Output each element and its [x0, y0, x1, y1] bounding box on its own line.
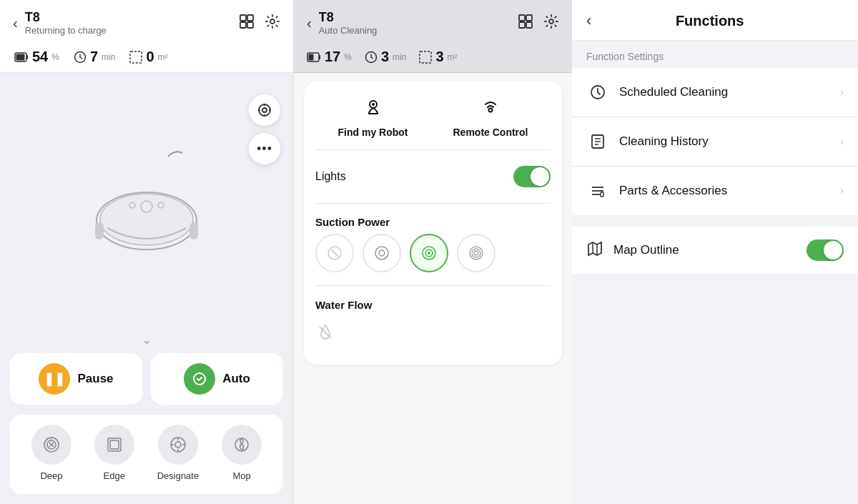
p2-header-icons	[518, 14, 559, 33]
suction-power-section: Suction Power	[315, 209, 551, 280]
quick-action-deep[interactable]: ×2 Deep	[31, 425, 72, 481]
mop-label: Mop	[232, 470, 250, 481]
edge-icon	[94, 425, 134, 465]
quick-actions: ×2 Deep Edge	[10, 415, 283, 494]
header-left: ‹ T8 Returning to charge	[13, 10, 107, 36]
main-header: ‹ T8 Returning to charge	[0, 0, 293, 41]
panel-functions: ‹ T8 Auto Cleaning	[293, 0, 572, 504]
deep-icon: ×2	[31, 425, 72, 465]
divider-2	[315, 203, 551, 204]
cleaning-history-icon	[586, 130, 609, 153]
svg-point-4	[270, 19, 275, 24]
p2-battery-stat: 17%	[307, 49, 352, 65]
parts-accessories-chevron: ›	[840, 184, 844, 197]
p2-device-info: T8 Auto Cleaning	[319, 10, 378, 36]
power-quiet[interactable]	[363, 234, 401, 272]
water-off-icon[interactable]	[315, 317, 551, 353]
svg-rect-9	[130, 51, 142, 63]
functions-card: Find my Robot Remote Control Lights	[304, 81, 562, 365]
map-outline-toggle-thumb	[824, 241, 842, 260]
svg-rect-2	[240, 22, 246, 28]
svg-rect-37	[526, 15, 532, 21]
parts-accessories-label: Parts & Accessories	[619, 184, 840, 198]
lights-row: Lights	[315, 156, 551, 197]
back-icon[interactable]: ‹	[13, 15, 18, 31]
svg-rect-42	[319, 55, 320, 59]
lights-toggle-thumb	[531, 167, 549, 186]
target-button[interactable]	[249, 94, 280, 126]
p2-device-status: Auto Cleaning	[319, 25, 378, 36]
svg-point-55	[428, 252, 430, 255]
svg-rect-38	[519, 22, 525, 28]
svg-point-40	[549, 19, 553, 24]
function-settings-header: Function Settings	[572, 41, 858, 68]
remote-control-btn[interactable]: Remote Control	[453, 96, 528, 138]
svg-point-52	[379, 250, 385, 256]
power-standard[interactable]	[410, 234, 448, 272]
designate-label: Designate	[157, 470, 199, 481]
remote-control-label: Remote Control	[453, 127, 528, 138]
scheduled-cleaning-label: Scheduled Cleaning	[619, 85, 840, 99]
svg-point-51	[375, 247, 388, 260]
scheduled-cleaning-chevron: ›	[840, 86, 844, 99]
find-robot-icon	[363, 96, 384, 122]
svg-point-57	[472, 249, 480, 257]
svg-point-48	[489, 109, 493, 112]
auto-label: Auto	[222, 372, 250, 386]
find-robot-label: Find my Robot	[338, 127, 408, 138]
pause-label: Pause	[77, 372, 113, 386]
find-robot-btn[interactable]: Find my Robot	[338, 96, 408, 138]
quick-action-edge[interactable]: Edge	[94, 425, 134, 481]
collapse-chevron[interactable]: ⌄	[0, 326, 293, 353]
settings-icon[interactable]	[265, 14, 280, 33]
more-button[interactable]: •••	[249, 133, 280, 164]
auto-icon	[184, 363, 215, 395]
svg-rect-45	[420, 51, 431, 63]
remote-control-icon	[480, 96, 501, 122]
lights-toggle[interactable]	[513, 166, 551, 187]
p2-header-left: ‹ T8 Auto Cleaning	[307, 10, 377, 36]
p2-device-name: T8	[319, 10, 378, 25]
p2-back-icon[interactable]: ‹	[307, 15, 312, 31]
parts-accessories-item[interactable]: Parts & Accessories ›	[572, 167, 858, 215]
p2-battery-value: 17	[325, 49, 340, 65]
svg-rect-36	[519, 15, 525, 21]
find-remote-row: Find my Robot Remote Control	[315, 93, 551, 144]
divider-3	[315, 285, 551, 286]
cleaning-history-item[interactable]: Cleaning History ›	[572, 117, 858, 167]
scheduled-cleaning-item[interactable]: Scheduled Cleaning ›	[572, 68, 858, 117]
quick-action-mop[interactable]: Mop	[222, 425, 262, 481]
time-value: 7	[90, 49, 98, 65]
panel-settings: ‹ Functions Function Settings Scheduled …	[572, 0, 858, 504]
p2-grid-icon[interactable]	[518, 14, 533, 33]
robot-display-area: •••	[0, 73, 293, 326]
p2-settings-icon[interactable]	[543, 14, 559, 33]
function-list: Scheduled Cleaning › Cleaning History ›	[572, 68, 858, 215]
svg-rect-16	[189, 222, 198, 239]
power-max[interactable]	[457, 234, 495, 272]
lights-label: Lights	[315, 170, 346, 183]
designate-icon	[158, 425, 198, 465]
map-outline-toggle[interactable]	[807, 239, 844, 261]
parts-accessories-icon	[586, 179, 609, 202]
auto-button[interactable]: Auto	[151, 353, 283, 405]
battery-unit: %	[51, 52, 59, 62]
svg-rect-43	[309, 54, 314, 60]
scheduled-cleaning-icon	[586, 81, 609, 104]
stats-bar: 54% 7min 0m²	[0, 41, 293, 73]
svg-rect-28	[110, 440, 119, 449]
map-outline-icon	[586, 240, 603, 261]
p3-back-icon[interactable]: ‹	[586, 11, 591, 30]
grid-icon[interactable]	[239, 14, 255, 33]
header-icons	[239, 14, 280, 33]
map-outline-row: Map Outline	[572, 227, 858, 274]
power-off[interactable]	[315, 234, 354, 272]
battery-value: 54	[32, 49, 48, 65]
battery-stat: 54%	[14, 49, 59, 65]
time-unit: min	[102, 52, 115, 62]
device-status: Returning to charge	[25, 25, 107, 36]
pause-button[interactable]: ❚❚ Pause	[10, 353, 142, 405]
quick-action-designate[interactable]: Designate	[157, 425, 199, 481]
device-info: T8 Returning to charge	[25, 10, 107, 36]
svg-rect-0	[240, 15, 246, 21]
